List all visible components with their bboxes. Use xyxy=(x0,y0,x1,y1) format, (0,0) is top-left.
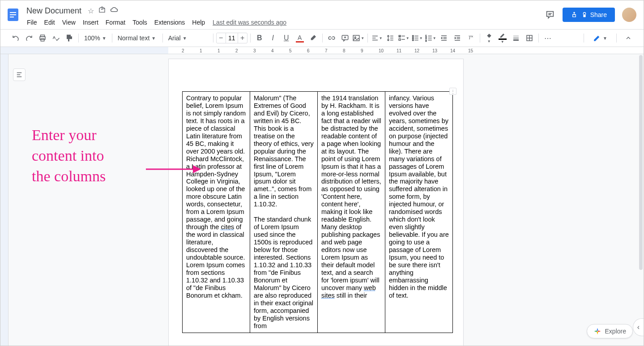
style-select[interactable]: Normal text▼ xyxy=(115,32,160,44)
docs-logo[interactable] xyxy=(4,6,22,24)
svg-rect-7 xyxy=(583,14,585,17)
paint-format-button[interactable] xyxy=(63,32,76,44)
document-title[interactable]: New Document xyxy=(24,5,84,17)
text-color-button[interactable]: A xyxy=(294,32,306,44)
svg-point-29 xyxy=(412,39,414,41)
table-cell[interactable]: Malorum" (The Extremes of Good and Evil)… xyxy=(250,92,318,333)
svg-rect-2 xyxy=(10,14,16,15)
redo-button[interactable] xyxy=(23,32,35,44)
increase-font-button[interactable]: + xyxy=(238,34,247,42)
decrease-indent-button[interactable] xyxy=(438,32,450,44)
menu-edit[interactable]: Edit xyxy=(41,18,58,27)
document-canvas: ⋮ Contrary to popular belief, Lorem Ipsu… xyxy=(0,54,644,346)
move-icon[interactable] xyxy=(98,6,106,15)
bold-button[interactable]: B xyxy=(253,32,266,44)
insert-link-button[interactable] xyxy=(325,32,338,44)
outline-toggle-button[interactable] xyxy=(13,68,26,81)
vertical-ruler[interactable] xyxy=(0,54,9,346)
bulleted-list-button[interactable]: ▼ xyxy=(411,32,423,44)
font-size-input[interactable]: 11 xyxy=(226,33,238,43)
menu-view[interactable]: View xyxy=(59,18,79,27)
spellcheck-button[interactable]: A xyxy=(50,32,62,44)
menu-help[interactable]: Help xyxy=(189,18,208,27)
print-button[interactable] xyxy=(36,32,49,44)
more-tools-button[interactable]: ⋯ xyxy=(542,32,554,44)
hide-menus-button[interactable] xyxy=(622,32,635,44)
insert-image-button[interactable]: ▼ xyxy=(352,32,365,44)
line-spacing-button[interactable] xyxy=(384,32,397,44)
svg-point-16 xyxy=(355,37,356,38)
svg-rect-1 xyxy=(10,12,16,13)
underline-button[interactable]: U xyxy=(280,32,293,44)
insert-comment-button[interactable] xyxy=(339,32,351,44)
vertical-scrollbar[interactable] xyxy=(637,54,643,346)
decrease-font-button[interactable]: − xyxy=(217,34,226,42)
toolbar: A 100%▼ Normal text▼ Arial▼ − 11 + B I U… xyxy=(0,29,644,47)
zoom-select[interactable]: 100%▼ xyxy=(81,32,109,44)
border-style-button[interactable] xyxy=(523,32,536,44)
increase-indent-button[interactable] xyxy=(451,32,464,44)
svg-text:A: A xyxy=(53,35,56,40)
svg-rect-6 xyxy=(572,14,576,15)
svg-rect-3 xyxy=(10,17,14,17)
cloud-status-icon[interactable] xyxy=(110,7,118,15)
share-label: Share xyxy=(590,11,607,18)
menu-tools[interactable]: Tools xyxy=(129,18,150,27)
horizontal-ruler[interactable]: 21123456789101112131415 xyxy=(0,47,644,54)
menu-file[interactable]: File xyxy=(24,18,40,27)
share-button[interactable]: Share xyxy=(563,8,615,22)
star-icon[interactable]: ☆ xyxy=(88,7,94,15)
fill-color-button[interactable]: ▼ xyxy=(483,32,495,44)
table-cell[interactable]: infancy. Various versions have evolved o… xyxy=(385,92,453,333)
table-cell[interactable]: Contrary to popular belief, Lorem Ipsum … xyxy=(183,92,250,333)
document-page[interactable]: ⋮ Contrary to popular belief, Lorem Ipsu… xyxy=(168,59,464,346)
svg-rect-25 xyxy=(399,39,401,41)
document-table[interactable]: Contrary to popular belief, Lorem Ipsum … xyxy=(182,91,453,333)
align-button[interactable]: ▼ xyxy=(371,32,383,44)
clear-formatting-button[interactable]: T✕ xyxy=(465,32,477,44)
title-area: New Document ☆ File Edit View Insert For… xyxy=(24,2,545,28)
svg-point-28 xyxy=(412,38,414,39)
menu-extensions[interactable]: Extensions xyxy=(151,18,188,27)
explore-button[interactable]: Explore xyxy=(587,324,633,338)
svg-point-27 xyxy=(412,35,414,37)
comments-button[interactable] xyxy=(545,9,555,20)
italic-button[interactable]: I xyxy=(267,32,279,44)
checklist-button[interactable]: ▼ xyxy=(397,32,410,44)
table-options-handle[interactable]: ⋮ xyxy=(449,88,456,95)
last-edit-link[interactable]: Last edit was seconds ago xyxy=(213,19,286,26)
menu-insert[interactable]: Insert xyxy=(80,18,102,27)
border-width-button[interactable] xyxy=(510,32,522,44)
menu-format[interactable]: Format xyxy=(102,18,128,27)
side-panel-toggle[interactable]: ‹ xyxy=(633,318,644,336)
highlight-button[interactable] xyxy=(307,32,320,44)
menu-bar: File Edit View Insert Format Tools Exten… xyxy=(24,17,545,28)
numbered-list-button[interactable]: 123▼ xyxy=(424,32,437,44)
undo-button[interactable] xyxy=(9,32,22,44)
svg-text:✕: ✕ xyxy=(471,35,473,38)
svg-text:3: 3 xyxy=(425,39,426,42)
table-row: Contrary to popular belief, Lorem Ipsum … xyxy=(183,92,453,333)
app-header: New Document ☆ File Edit View Insert For… xyxy=(0,0,644,29)
account-avatar[interactable] xyxy=(622,8,636,22)
table-cell[interactable]: the 1914 translation by H. Rackham. It i… xyxy=(318,92,385,333)
font-size-control: − 11 + xyxy=(216,33,247,43)
editing-mode-button[interactable]: ▼ xyxy=(589,32,611,44)
font-select[interactable]: Arial▼ xyxy=(166,32,210,44)
border-color-button[interactable]: ▼ xyxy=(496,32,509,44)
